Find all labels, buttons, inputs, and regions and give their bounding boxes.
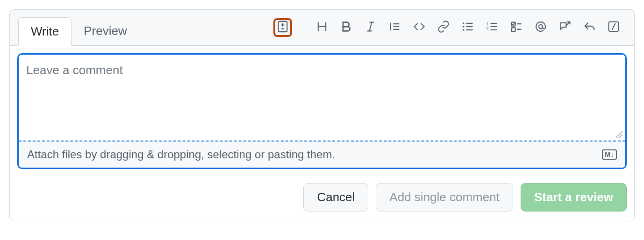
svg-rect-17 <box>466 23 473 24</box>
mention-button[interactable] <box>531 18 550 37</box>
reply-icon <box>583 20 596 35</box>
svg-text:2: 2 <box>486 26 488 30</box>
svg-line-30 <box>566 22 570 26</box>
reply-button[interactable] <box>580 18 599 37</box>
code-button[interactable] <box>410 18 429 37</box>
quote-icon <box>388 20 401 35</box>
slash-commands-button[interactable] <box>604 18 623 37</box>
link-icon <box>437 20 450 35</box>
cross-reference-button[interactable] <box>556 18 574 37</box>
editor-header: Write Preview <box>10 10 634 46</box>
numbered-list-button[interactable]: 12 <box>483 18 501 37</box>
svg-rect-27 <box>512 28 515 31</box>
numbered-list-icon: 12 <box>486 20 499 35</box>
bold-icon <box>340 20 353 35</box>
svg-rect-18 <box>466 26 473 27</box>
task-list-icon <box>510 20 523 35</box>
svg-point-16 <box>463 29 465 31</box>
svg-point-15 <box>463 26 465 28</box>
mention-icon <box>534 20 547 35</box>
comment-editor: Write Preview <box>9 9 635 221</box>
formatting-toolbar: 12 <box>139 10 634 45</box>
tab-write[interactable]: Write <box>18 17 72 46</box>
bullet-list-button[interactable] <box>458 18 477 37</box>
italic-button[interactable] <box>361 18 380 37</box>
task-list-button[interactable] <box>507 18 526 37</box>
slash-commands-icon <box>607 20 620 35</box>
input-container: Attach files by dragging & dropping, sel… <box>17 53 627 169</box>
link-button[interactable] <box>434 18 453 37</box>
cancel-button[interactable]: Cancel <box>303 183 368 212</box>
bullet-list-icon <box>461 20 474 35</box>
start-review-button[interactable]: Start a review <box>521 183 627 212</box>
add-single-comment-button[interactable]: Add single comment <box>376 183 513 212</box>
svg-rect-19 <box>466 29 473 30</box>
code-icon <box>413 20 426 35</box>
italic-icon <box>364 20 377 35</box>
svg-line-9 <box>370 22 372 31</box>
attach-hint-text: Attach files by dragging & dropping, sel… <box>27 148 335 161</box>
editor-tabs: Write Preview <box>18 17 139 45</box>
editor-footer: Cancel Add single comment Start a review <box>10 178 634 221</box>
svg-line-32 <box>612 23 615 30</box>
attach-files-row[interactable]: Attach files by dragging & dropping, sel… <box>19 141 625 168</box>
heading-button[interactable] <box>313 18 331 37</box>
comment-textarea[interactable] <box>19 55 625 139</box>
cross-reference-icon <box>558 20 572 35</box>
quote-button[interactable] <box>386 18 404 37</box>
suggestion-button[interactable] <box>273 18 292 37</box>
svg-point-29 <box>539 25 543 28</box>
bold-button[interactable] <box>337 18 356 37</box>
tab-preview[interactable]: Preview <box>72 17 139 46</box>
file-diff-icon <box>276 20 289 35</box>
svg-point-14 <box>463 22 465 24</box>
editor-body: Attach files by dragging & dropping, sel… <box>10 46 634 178</box>
markdown-badge-icon[interactable]: M↓ <box>602 149 617 160</box>
heading-icon <box>315 20 329 35</box>
